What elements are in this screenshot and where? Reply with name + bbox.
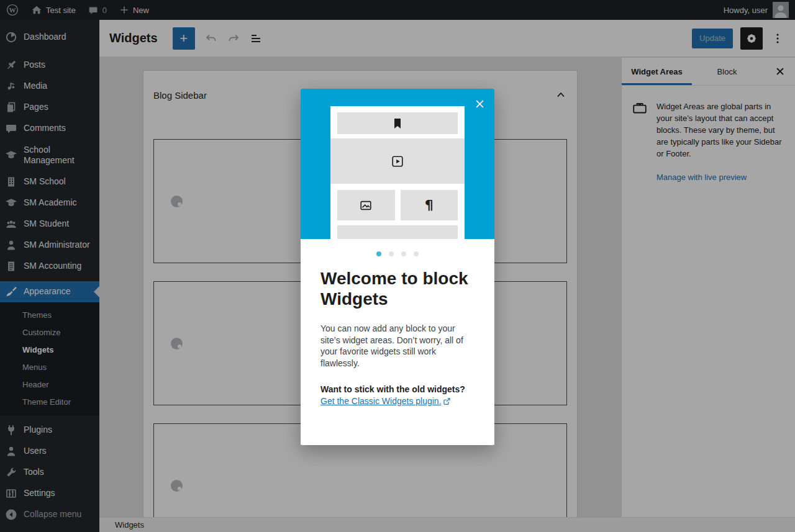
page-control-dots xyxy=(320,239,475,256)
illustration-block-row xyxy=(330,138,465,184)
modal-paragraph: You can now add any block to your site’s… xyxy=(320,323,475,369)
page-dot-1[interactable] xyxy=(376,251,381,256)
illustration-block-row xyxy=(337,225,458,239)
modal-body: Welcome to block Widgets You can now add… xyxy=(301,239,494,445)
illustration-block: ¶ xyxy=(401,190,458,220)
image-icon xyxy=(359,199,373,212)
bookmark-icon xyxy=(393,118,402,129)
question-bold-text: Want to stick with the old widgets? xyxy=(320,384,465,394)
classic-widgets-link[interactable]: Get the Classic Widgets plugin. xyxy=(320,396,442,406)
modal-question: Want to stick with the old widgets? Get … xyxy=(320,384,475,407)
page-dot-2[interactable] xyxy=(389,251,394,256)
guide-illustration: ¶ xyxy=(330,106,465,239)
page-dot-3[interactable] xyxy=(401,251,406,256)
modal-heading: Welcome to block Widgets xyxy=(320,268,475,309)
modal-hero: ¶ xyxy=(301,89,494,239)
illustration-block xyxy=(337,190,395,220)
illustration-block-row: ¶ xyxy=(337,190,458,220)
close-modal-button[interactable] xyxy=(472,96,487,111)
illustration-block-row xyxy=(337,112,458,134)
video-icon xyxy=(391,155,404,168)
external-link-icon xyxy=(443,397,451,405)
welcome-guide-modal: ¶ Welcome to block Widgets You can now a… xyxy=(301,89,494,445)
paragraph-icon: ¶ xyxy=(425,197,434,213)
page-dot-4[interactable] xyxy=(414,251,419,256)
close-icon xyxy=(475,99,485,109)
